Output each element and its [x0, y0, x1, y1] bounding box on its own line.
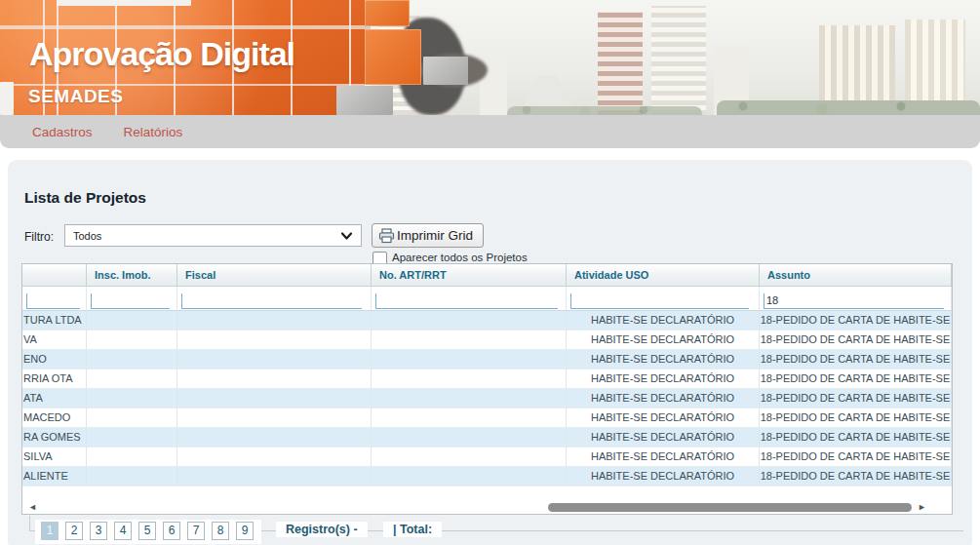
app-subtitle: SEMADES	[28, 86, 123, 107]
trees	[507, 106, 702, 115]
filter-input-assunto[interactable]	[764, 293, 944, 309]
hscroll-thumb[interactable]	[548, 503, 912, 512]
page-title: Lista de Projetos	[24, 189, 146, 207]
print-grid-button[interactable]: Imprimir Grid	[372, 223, 484, 248]
projects-grid: Insc. Imob. Fiscal No. ART/RRT Atividade…	[21, 263, 953, 515]
page-button-3[interactable]: 3	[90, 522, 107, 540]
grid-header-row: Insc. Imob. Fiscal No. ART/RRT Atividade…	[22, 264, 952, 287]
column-header-fiscal[interactable]: Fiscal	[177, 264, 372, 287]
filter-input-atividade-uso[interactable]	[570, 293, 749, 309]
grid-row[interactable]: ENO HABITE-SE DECLARATÓRIO18-PEDIDO DE C…	[22, 350, 952, 370]
chevron-down-icon	[340, 230, 353, 242]
menu-item-relatorios[interactable]: Relatórios	[124, 125, 183, 139]
app-window: Aprovação Digital SEMADES Cadastros Rela…	[0, 0, 980, 545]
page-button-6[interactable]: 6	[163, 522, 180, 540]
page-button-1[interactable]: 1	[41, 522, 59, 540]
main-menu-bar: Cadastros Relatórios	[0, 115, 980, 148]
pagination: 1 2 3 4 5 6 7 8 9	[35, 520, 261, 544]
trees	[717, 100, 980, 115]
print-grid-label: Imprimir Grid	[397, 228, 473, 243]
menu-item-cadastros[interactable]: Cadastros	[32, 125, 93, 139]
app-title: Aprovação Digital	[29, 35, 294, 73]
filter-input-art-rrt[interactable]	[375, 293, 558, 309]
grid-row[interactable]: VA HABITE-SE DECLARATÓRIO18-PEDIDO DE CA…	[22, 331, 952, 350]
grid-row[interactable]: MACEDO HABITE-SE DECLARATÓRIO18-PEDIDO D…	[22, 409, 952, 428]
total-label: | Total:	[383, 522, 442, 537]
hscroll-left-arrow[interactable]: ◄	[28, 502, 37, 512]
grid-row[interactable]: RA GOMES HABITE-SE DECLARATÓRIO18-PEDIDO…	[22, 428, 952, 448]
filter-dropdown-value: Todos	[65, 230, 340, 242]
show-all-projects-label: Aparecer todos os Projetos	[392, 252, 528, 263]
filter-input-col0[interactable]	[26, 293, 80, 309]
grid-row[interactable]: ALIENTE HABITE-SE DECLARATÓRIO18-PEDIDO …	[22, 467, 952, 487]
page-button-5[interactable]: 5	[138, 522, 156, 540]
column-header-atividade-uso[interactable]: Atividade USO	[567, 264, 760, 287]
printer-icon	[378, 228, 395, 244]
page-button-8[interactable]: 8	[212, 522, 229, 540]
grid-row[interactable]: TURA LTDA HABITE-SE DECLARATÓRIO18-PEDID…	[22, 311, 952, 331]
hscroll-right-arrow[interactable]: ►	[918, 502, 926, 512]
grid-filter-row	[22, 287, 952, 311]
column-header-assunto[interactable]: Assunto	[760, 264, 952, 287]
grid-row[interactable]: SILVA HABITE-SE DECLARATÓRIO18-PEDIDO DE…	[22, 448, 952, 467]
page-button-4[interactable]: 4	[114, 522, 132, 540]
column-header-blank[interactable]	[22, 264, 87, 287]
app-header-banner: Aprovação Digital SEMADES	[0, 0, 980, 115]
page-button-7[interactable]: 7	[187, 522, 205, 540]
registros-label: Registro(s) -	[276, 522, 368, 537]
page-button-9[interactable]: 9	[236, 522, 254, 540]
column-header-art-rrt[interactable]: No. ART/RRT	[372, 264, 567, 287]
filter-input-insc-imob[interactable]	[91, 293, 170, 309]
grid-row[interactable]: ATA HABITE-SE DECLARATÓRIO18-PEDIDO DE C…	[22, 389, 952, 409]
filter-input-fiscal[interactable]	[181, 293, 362, 309]
filter-label: Filtro:	[24, 230, 54, 244]
column-header-insc-imob[interactable]: Insc. Imob.	[87, 264, 177, 287]
grid-row[interactable]: RRIA OTA HABITE-SE DECLARATÓRIO18-PEDIDO…	[22, 370, 952, 389]
filter-dropdown[interactable]: Todos	[64, 224, 362, 247]
page-button-2[interactable]: 2	[65, 522, 83, 540]
pagination-connector	[29, 516, 30, 530]
